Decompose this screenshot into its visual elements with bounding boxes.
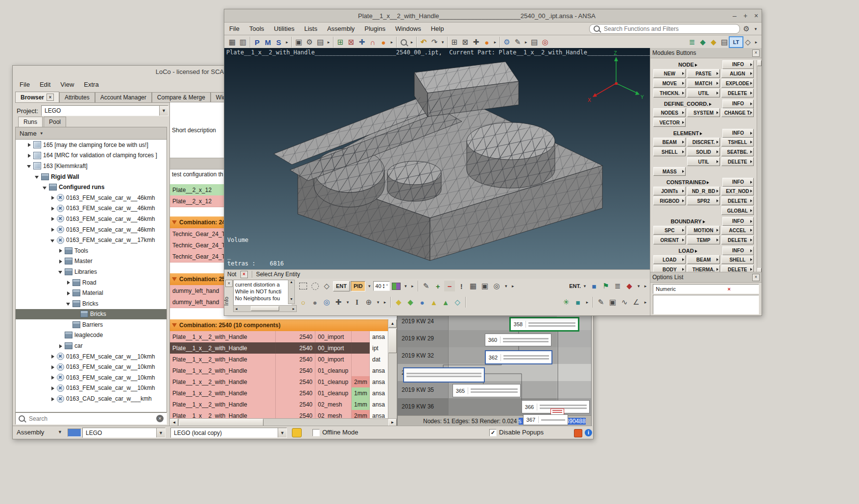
filled-circle-icon[interactable]: ● — [310, 297, 320, 308]
close-icon[interactable]: × — [752, 49, 760, 57]
tree-item[interactable]: 0163_FEM_scale_car_w__10kmh — [16, 361, 167, 372]
spinner-down-icon[interactable]: ▼ — [382, 286, 385, 289]
combination-header[interactable]: Combination: 2540 (10 components) — [170, 319, 397, 332]
more-icon[interactable]: ▸ — [643, 281, 648, 291]
chevron-down-icon[interactable]: ▾ — [753, 24, 759, 34]
collapse-arrow-icon[interactable] — [42, 185, 48, 190]
tree-item[interactable]: 164 [MRC for validation of clamping forc… — [16, 150, 167, 161]
chevron-down-icon[interactable]: ▾ — [366, 281, 372, 291]
entity-manager-icon[interactable]: ▣ — [293, 37, 304, 48]
module-button[interactable]: DELETE — [721, 236, 754, 244]
module-button[interactable]: UTIL — [687, 157, 719, 166]
invert-selection-icon[interactable]: ! — [456, 281, 467, 291]
undo-icon[interactable]: ↶ — [418, 37, 429, 48]
info-button[interactable]: INFO — [722, 246, 754, 255]
tab-account-manager[interactable]: Account Manager — [95, 92, 152, 102]
function-search-input[interactable] — [603, 25, 736, 33]
expand-arrow-icon[interactable] — [58, 248, 63, 253]
diamond-edit-icon[interactable]: ◇ — [742, 37, 753, 48]
list-rows-icon[interactable]: ▤ — [719, 37, 730, 48]
ent-select-button[interactable]: ENT — [333, 281, 350, 291]
copy-icon[interactable]: ▣ — [479, 281, 490, 291]
tree-item[interactable]: 0163_FEM_scale_car_w__10kmh — [16, 383, 167, 394]
module-button[interactable]: JOINTs — [653, 187, 686, 195]
tree-item[interactable]: Tools — [16, 245, 167, 256]
group-title[interactable]: CONSTRAINED — [653, 179, 722, 185]
more-icon[interactable]: ▸ — [492, 37, 498, 48]
file-row[interactable]: Plate__1_x__2_with_Handle254000_importda… — [170, 354, 397, 365]
tree-item[interactable]: 0163_FEM_scale_car_w__46kmh — [16, 224, 167, 235]
active-tool-lt-button[interactable]: LT — [730, 37, 742, 47]
tree-item[interactable]: 0163_FEM_scale_car_w__10kmh — [16, 372, 167, 383]
module-button[interactable]: NODES — [653, 108, 686, 117]
alert-status-icon[interactable] — [574, 429, 582, 437]
file-row[interactable]: Plate__1_x__2_with_Handle254001_cleanupa… — [170, 365, 397, 377]
offline-mode-checkbox[interactable] — [312, 429, 320, 436]
menu-plugins[interactable]: Plugins — [359, 24, 390, 34]
graph-node[interactable]: 367 — [523, 414, 568, 425]
focus-target-icon[interactable]: ◎ — [491, 281, 502, 291]
more-icon[interactable]: ▸ — [409, 37, 415, 48]
info-button[interactable]: INFO — [722, 178, 754, 187]
group-title[interactable]: NODE — [653, 62, 722, 68]
curve-icon[interactable]: ∿ — [619, 297, 630, 308]
module-button[interactable]: BEAM — [653, 138, 686, 146]
table-add-icon[interactable]: ⊞ — [449, 37, 460, 48]
grid-display-icon[interactable]: ▦ — [468, 281, 478, 291]
expand-arrow-icon[interactable] — [50, 396, 55, 402]
sets-list-icon[interactable]: S — [273, 37, 284, 48]
modules-scrollbar[interactable] — [757, 60, 762, 274]
info-tab-label[interactable]: Info — [223, 297, 229, 306]
collapse-triangle-icon[interactable] — [172, 323, 177, 327]
menu-help[interactable]: Help — [426, 24, 449, 34]
feature-angle-field[interactable]: 40 ▲▼ ° — [373, 281, 390, 291]
module-button[interactable]: TEMP — [687, 236, 719, 244]
tree-item[interactable]: Material — [16, 288, 167, 298]
ibeam-section-icon[interactable]: I — [352, 297, 362, 308]
tree-item[interactable]: 0163_FEM_scale_car_w__46kmh — [16, 192, 167, 203]
graph-node[interactable]: 362 — [485, 350, 552, 364]
chevron-down-icon[interactable]: ▼ — [278, 428, 286, 437]
group-title[interactable]: DEFINE_COORD. — [653, 101, 722, 107]
yellow-cone-icon[interactable]: ▲ — [429, 297, 439, 308]
ent-visibility-label[interactable]: ENT. — [569, 283, 581, 289]
menu-file[interactable]: File — [224, 24, 244, 34]
parts-list-icon[interactable]: P — [252, 37, 262, 48]
modules-panel-titlebar[interactable]: Modules Buttons × — [650, 48, 762, 58]
more-icon[interactable]: ▸ — [326, 37, 332, 48]
module-button[interactable]: EXT_NOD — [721, 187, 754, 195]
delete-entity-icon[interactable]: ⊠ — [346, 37, 357, 48]
collapse-triangle-icon[interactable] — [172, 277, 177, 281]
module-button[interactable]: ACCEL — [721, 226, 754, 235]
scroll-up-icon[interactable]: ▲ — [388, 319, 397, 328]
options-filter-field[interactable]: Numeric × — [653, 284, 759, 294]
search-input[interactable] — [28, 415, 153, 423]
yellow-diamond-icon[interactable]: ◆ — [708, 37, 719, 48]
local-copy-combobox[interactable]: LEGO (local copy)▼ — [170, 428, 287, 438]
search-settings-gear-icon[interactable]: ⚙ — [742, 24, 750, 34]
expand-arrow-icon[interactable] — [26, 142, 32, 147]
module-button[interactable]: DELETE — [721, 157, 754, 166]
module-button[interactable]: BEAM — [687, 255, 719, 264]
chevron-down-icon[interactable]: ▾ — [403, 281, 408, 291]
chevron-down-icon[interactable]: ▾ — [582, 281, 588, 291]
green-cone-icon[interactable]: ▲ — [440, 297, 451, 308]
redo-icon[interactable]: ↷ — [429, 37, 440, 48]
tree-item[interactable]: 0163_CAD_scale_car_w___kmh — [16, 393, 167, 404]
flag-icon[interactable]: ⚑ — [600, 281, 611, 291]
scroll-right-icon[interactable]: ► — [292, 307, 295, 311]
settings-gear-icon[interactable]: ⚙ — [304, 37, 315, 48]
workflow-graph-panel[interactable]: 2019 KW 24 2019 KW 29 2019 KW 32 2019 KW… — [397, 312, 592, 427]
file-row[interactable]: Plate__1_x__2_with_Handle254000_importan… — [170, 331, 397, 343]
expand-arrow-icon[interactable] — [50, 354, 55, 359]
menu-edit[interactable]: Edit — [35, 79, 55, 90]
module-button[interactable]: SHELL — [653, 147, 686, 156]
tab-runs[interactable]: Runs — [18, 117, 43, 127]
menu-view[interactable]: View — [55, 79, 79, 90]
tree-item[interactable]: Bricks — [16, 298, 167, 309]
module-button[interactable]: ORIENT — [653, 236, 686, 244]
color-swatch[interactable] — [68, 429, 81, 437]
chevron-down-icon[interactable]: ▾ — [375, 297, 381, 308]
info-icon[interactable]: i — [585, 429, 592, 436]
more-icon[interactable]: ▸ — [510, 281, 516, 291]
